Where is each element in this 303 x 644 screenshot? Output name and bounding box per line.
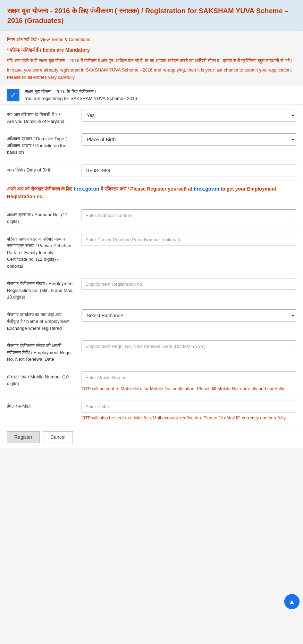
checked-checkbox-icon: ✓ — [7, 89, 19, 101]
dob-row: जन्म तिथि / Date of Birth — [0, 160, 303, 181]
cancel-button[interactable]: Cancel — [43, 431, 73, 443]
email-otp-note: OTP will also be sent to e-Mail for eMai… — [82, 415, 296, 421]
parivar-label: परिवार पहचान पत्र या परिवार पहचान प्रमाण… — [7, 234, 75, 270]
hrex-link2[interactable]: hrex.gov.in — [194, 186, 219, 192]
register-button[interactable]: Register — [7, 431, 40, 443]
mobile-control: OTP will be sent to Mobile No. for Mobil… — [82, 371, 296, 392]
exchange-control: Select Exchange — [82, 309, 296, 322]
mobile-input[interactable] — [82, 371, 296, 383]
exchange-row: रोजगार कार्यालय का नाम जहां आप पंजीकृत ह… — [0, 305, 303, 336]
aadhaar-row: आधार क्रमांक / Aadhaar No. (12 digits) — [0, 205, 303, 229]
exchange-select[interactable]: Select Exchange — [82, 309, 296, 322]
parivar-input[interactable] — [82, 234, 296, 245]
page-header: सक्षम युवा योजना - 2016 के लिए पंजीकरण (… — [0, 0, 303, 31]
form-container-2: आधार क्रमांक / Aadhaar No. (12 digits) प… — [0, 205, 303, 426]
registration-banner-text: सक्षम युवा योजना - 2016 के लिए पंजीकरण /… — [25, 88, 137, 102]
renewal-row: रोजगार पंजीकरण संख्या की अगली नवीकरण तिथ… — [0, 336, 303, 367]
warning-text: यदि आप पहले से ही सक्षम युवा योजना - 201… — [0, 56, 303, 85]
mandatory-note: * फ़ील्ड अनिवार्य हैं / fields are Manda… — [0, 46, 303, 56]
form-container: क्या आप हरियाणा के निवासी हैं ? / Are yo… — [0, 105, 303, 181]
dob-label: जन्म तिथि / Date of Birth — [7, 165, 75, 174]
domicile-select[interactable]: Yes No — [82, 109, 296, 122]
email-row: ईमेल / e-Mail OTP will also be sent to e… — [0, 396, 303, 426]
domicile-type-row: अधिवास प्रकार / Domicile Type ( अधिवास आ… — [0, 129, 303, 160]
domicile-type-label: अधिवास प्रकार / Domicile Type ( अधिवास आ… — [7, 133, 75, 156]
mobile-row: मोबाइल नंबर / Mobile Number (10 digits) … — [0, 367, 303, 397]
domicile-control: Yes No — [82, 109, 296, 122]
renewal-control — [82, 340, 296, 352]
emp-reg-input[interactable] — [82, 278, 296, 290]
email-input[interactable] — [82, 401, 296, 412]
mobile-label: मोबाइल नंबर / Mobile Number (10 digits) — [7, 371, 75, 387]
emp-reg-label: रोजगार पंजीकरण संख्या / Employment Regis… — [7, 278, 75, 301]
email-control: OTP will also be sent to e-Mail for eMai… — [82, 401, 296, 421]
registration-banner: ✓ सक्षम युवा योजना - 2016 के लिए पंजीकरण… — [0, 85, 303, 105]
hrex-notice-text: अपने आप को रोजगार पंजीकरण के लिए hrex.go… — [7, 185, 296, 201]
renewal-label: रोजगार पंजीकरण संख्या की अगली नवीकरण तिथ… — [7, 340, 75, 363]
emp-reg-row: रोजगार पंजीकरण संख्या / Employment Regis… — [0, 274, 303, 305]
email-label: ईमेल / e-Mail — [7, 401, 75, 410]
parivar-control — [82, 234, 296, 245]
mobile-otp-note: OTP will be sent to Mobile No. for Mobil… — [82, 385, 296, 392]
page-title: सक्षम युवा योजना - 2016 के लिए पंजीकरण (… — [7, 6, 296, 25]
hrex-link1[interactable]: hrex.gov.in — [74, 186, 99, 192]
domicile-label: क्या आप हरियाणा के निवासी हैं ? / Are yo… — [7, 109, 75, 125]
terms-section: नियम और शर्तें देखें / View Terms & Cond… — [0, 35, 303, 44]
button-row: Register Cancel — [0, 426, 303, 448]
hrex-notice: अपने आप को रोजगार पंजीकरण के लिए hrex.go… — [0, 181, 303, 205]
domicile-type-select[interactable]: Place of Birth Other — [82, 133, 296, 146]
aadhaar-control — [82, 209, 296, 221]
domicile-type-control: Place of Birth Other — [82, 133, 296, 146]
emp-reg-control — [82, 278, 296, 290]
terms-link[interactable]: नियम और शर्तें देखें / View Terms & Cond… — [7, 37, 90, 42]
parivar-row: परिवार पहचान पत्र या परिवार पहचान प्रमाण… — [0, 229, 303, 274]
aadhaar-label: आधार क्रमांक / Aadhaar No. (12 digits) — [7, 209, 75, 225]
dob-control — [82, 165, 296, 176]
aadhaar-input[interactable] — [82, 209, 296, 221]
renewal-input[interactable] — [82, 340, 296, 352]
exchange-label: रोजगार कार्यालय का नाम जहां आप पंजीकृत ह… — [7, 309, 75, 332]
dob-input[interactable] — [82, 165, 296, 176]
domicile-row: क्या आप हरियाणा के निवासी हैं ? / Are yo… — [0, 105, 303, 129]
